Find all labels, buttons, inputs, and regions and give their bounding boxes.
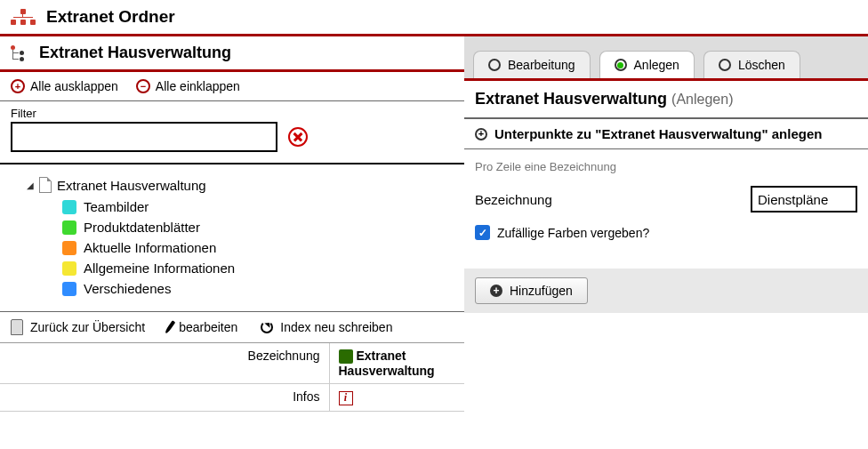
info-row-value: Extranet Hausverwaltung (329, 343, 464, 384)
info-icon[interactable]: i (339, 391, 353, 405)
tree-item[interactable]: Aktuelle Informationen (62, 237, 454, 258)
collapse-icon[interactable]: ◢ (27, 180, 34, 190)
reload-icon (261, 321, 273, 333)
reindex-label: Index neu schreiben (280, 320, 392, 334)
tree-root[interactable]: ◢ Extranet Hausverwaltung (27, 177, 454, 193)
minus-icon: − (136, 79, 150, 93)
page-icon (39, 177, 52, 193)
tree-item[interactable]: Produktdatenblätter (62, 217, 454, 237)
tab-edit[interactable]: Bearbeitung (473, 51, 591, 78)
treeview-icon (11, 45, 28, 61)
tab-create[interactable]: Anlegen (599, 51, 695, 78)
form-hint: Pro Zeile eine Bezeichnung (475, 160, 857, 173)
bezeichnung-input[interactable] (751, 186, 857, 212)
right-panel-title: Extranet Hausverwaltung (Anlegen) (464, 81, 868, 119)
tree-root-label: Extranet Hausverwaltung (57, 178, 206, 193)
plus-icon: + (11, 79, 25, 93)
tab-delete[interactable]: Löschen (703, 51, 800, 78)
tree-item-label: Aktuelle Informationen (84, 240, 216, 255)
accordion-label: Unterpunkte zu "Extranet Hausverwaltung"… (494, 126, 822, 141)
collapse-all-button[interactable]: − Alle einklappen (136, 79, 240, 93)
info-row-label: Infos (0, 384, 329, 412)
edit-button[interactable]: bearbeiten (168, 320, 237, 334)
right-title-sub: (Anlegen) (671, 92, 733, 107)
add-button-label: Hinzufügen (510, 284, 573, 298)
tabs-bar: Bearbeitung Anlegen Löschen (464, 36, 868, 81)
random-colors-toggle[interactable]: ✓ Zufällige Farben vergeben? (475, 225, 857, 240)
info-row-value: i (329, 384, 464, 412)
tree-toolbar: + Alle ausklappen − Alle einklappen (0, 72, 464, 101)
add-button[interactable]: + Hinzufügen (475, 277, 588, 304)
top-header: Extranet Ordner (0, 0, 868, 36)
reindex-button[interactable]: Index neu schreiben (261, 320, 392, 334)
info-bezeichnung-value: Extranet Hausverwaltung (339, 349, 435, 378)
plus-icon: + (490, 285, 502, 297)
radio-selected-icon (615, 59, 627, 71)
create-form: Pro Zeile eine Bezeichnung Bezeichnung ✓… (464, 149, 868, 269)
filter-input[interactable] (11, 122, 277, 152)
filter-block: Filter (0, 101, 464, 164)
clipboard-icon (11, 319, 23, 335)
tree-item[interactable]: Allgemeine Informationen (62, 258, 454, 278)
tree-item-label: Teambilder (84, 199, 149, 214)
info-table: Bezeichnung Extranet Hausverwaltung Info… (0, 343, 464, 412)
radio-icon (488, 59, 501, 71)
folder-color-icon (62, 200, 76, 214)
tree-item-label: Allgemeine Informationen (84, 261, 235, 276)
edit-label: bearbeiten (179, 320, 237, 334)
tree-item-label: Produktdatenblätter (84, 220, 200, 235)
section-title: Extranet Hausverwaltung (39, 44, 231, 62)
tab-delete-label: Löschen (738, 58, 785, 72)
org-icon (11, 9, 36, 25)
pen-icon (165, 320, 175, 333)
back-button[interactable]: Zurück zur Übersicht (11, 319, 145, 335)
expand-all-button[interactable]: + Alle ausklappen (11, 79, 118, 93)
folder-color-icon (62, 220, 76, 235)
bottom-toolbar: Zurück zur Übersicht bearbeiten Index ne… (0, 312, 464, 343)
right-title-text: Extranet Hausverwaltung (475, 90, 667, 108)
page-title: Extranet Ordner (46, 7, 175, 27)
folder-color-icon (62, 241, 76, 255)
folder-color-icon (62, 261, 76, 276)
plus-icon: + (475, 128, 487, 140)
radio-icon (719, 59, 731, 71)
field-label: Bezeichnung (475, 192, 733, 207)
info-row-label: Bezeichnung (0, 343, 329, 384)
tab-create-label: Anlegen (634, 58, 679, 72)
color-chip (339, 349, 353, 364)
tree-item-label: Verschiedenes (84, 281, 171, 296)
clear-filter-button[interactable] (288, 127, 308, 147)
checkbox-checked-icon: ✓ (475, 225, 490, 240)
accordion-header[interactable]: + Unterpunkte zu "Extranet Hausverwaltun… (464, 119, 868, 149)
folder-color-icon (62, 282, 76, 296)
filter-label: Filter (11, 107, 454, 120)
tree-item[interactable]: Teambilder (62, 196, 454, 217)
tree-item[interactable]: Verschiedenes (62, 278, 454, 299)
section-header: Extranet Hausverwaltung (0, 36, 464, 72)
checkbox-label: Zufällige Farben vergeben? (497, 226, 649, 240)
form-button-bar: + Hinzufügen (464, 269, 868, 313)
tab-edit-label: Bearbeitung (508, 58, 575, 72)
expand-all-label: Alle ausklappen (30, 79, 118, 93)
folder-tree: ◢ Extranet Hausverwaltung TeambilderProd… (0, 164, 464, 312)
collapse-all-label: Alle einklappen (156, 79, 240, 93)
back-label: Zurück zur Übersicht (30, 320, 145, 334)
